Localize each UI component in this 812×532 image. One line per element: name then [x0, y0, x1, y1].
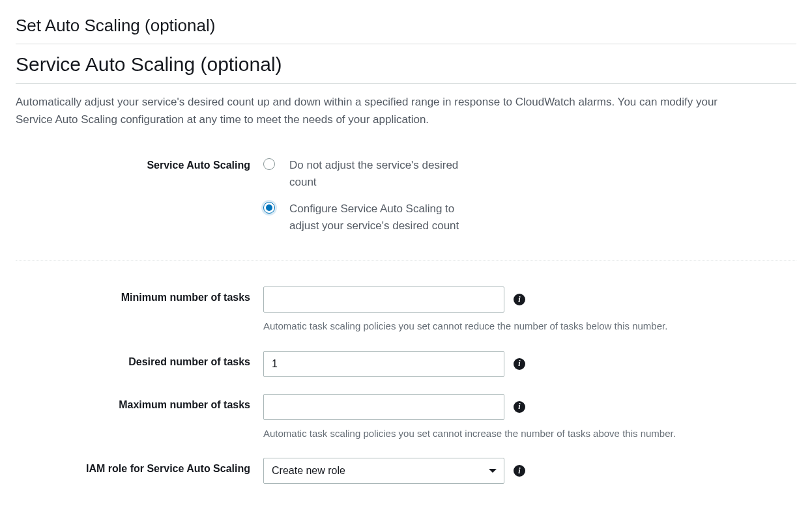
min-tasks-input[interactable] [263, 287, 504, 313]
desired-tasks-input[interactable] [263, 351, 504, 377]
label-max-tasks: Maximum number of tasks [16, 394, 263, 411]
radio-label: Do not adjust the service's desired coun… [289, 157, 485, 190]
label-desired-tasks: Desired number of tasks [16, 351, 263, 368]
radio-label: Configure Service Auto Scaling to adjust… [289, 201, 485, 234]
dotted-divider [16, 260, 796, 260]
help-max-tasks: Automatic task scaling policies you set … [263, 427, 759, 441]
max-tasks-input[interactable] [263, 394, 504, 420]
info-icon[interactable]: i [514, 294, 525, 305]
label-service-auto-scaling: Service Auto Scaling [16, 154, 263, 171]
radio-configure[interactable]: Configure Service Auto Scaling to adjust… [263, 201, 759, 234]
row-desired-tasks: Desired number of tasks i [16, 351, 796, 377]
row-max-tasks: Maximum number of tasks i Automatic task… [16, 394, 796, 441]
iam-role-select-value: Create new role [263, 458, 504, 484]
radio-group-auto-scaling: Do not adjust the service's desired coun… [263, 154, 759, 234]
radio-do-not-adjust[interactable]: Do not adjust the service's desired coun… [263, 157, 759, 190]
info-icon[interactable]: i [514, 358, 525, 370]
radio-button-icon [263, 158, 275, 170]
row-service-auto-scaling: Service Auto Scaling Do not adjust the s… [16, 154, 796, 234]
label-min-tasks: Minimum number of tasks [16, 287, 263, 303]
info-icon[interactable]: i [514, 465, 525, 477]
info-icon[interactable]: i [514, 401, 525, 413]
help-min-tasks: Automatic task scaling policies you set … [263, 319, 759, 334]
section-title: Service Auto Scaling (optional) [16, 44, 796, 83]
form-area: Service Auto Scaling Do not adjust the s… [16, 135, 796, 484]
section-description: Automatically adjust your service's desi… [16, 84, 732, 135]
row-min-tasks: Minimum number of tasks i Automatic task… [16, 287, 796, 334]
iam-role-select[interactable]: Create new role [263, 458, 504, 484]
label-iam-role: IAM role for Service Auto Scaling [16, 458, 263, 475]
radio-button-icon [263, 202, 275, 214]
row-iam-role: IAM role for Service Auto Scaling Create… [16, 458, 796, 484]
page-title: Set Auto Scaling (optional) [16, 16, 796, 44]
